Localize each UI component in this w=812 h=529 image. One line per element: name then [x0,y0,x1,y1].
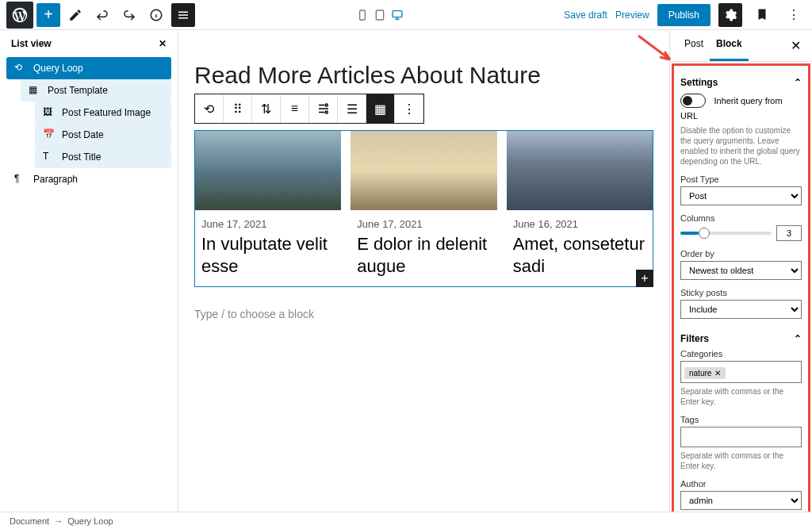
chevron-up-icon: ⌃ [794,333,802,344]
add-block-button[interactable]: + [36,3,60,27]
query-loop-block[interactable]: June 17, 2021 In vulputate velit esse Ju… [194,130,653,287]
info-icon[interactable] [144,3,168,27]
columns-value-input[interactable] [776,225,802,241]
wordpress-logo[interactable] [6,2,33,29]
columns-label: Columns [680,213,802,223]
redo-icon[interactable] [117,3,141,27]
list-view-toggle-icon[interactable] [171,3,195,27]
svg-rect-3 [393,10,402,17]
tablet-icon[interactable] [373,9,386,21]
svg-point-4 [325,104,327,106]
close-list-view-icon[interactable]: ✕ [159,38,167,49]
post-type-label: Post Type [680,174,802,184]
settings-section-header[interactable]: Settings⌃ [680,72,802,93]
tab-post[interactable]: Post [678,30,710,61]
jetpack-icon[interactable] [750,3,774,27]
post-type-select[interactable]: Post [680,186,802,205]
top-toolbar: + Save draft Preview Publish ⋮ [0,0,812,30]
list-item-post-template[interactable]: ▦Post Template [21,79,171,102]
order-by-label: Order by [680,249,802,259]
inherit-query-toggle[interactable] [680,94,706,108]
order-by-select[interactable]: Newest to oldest [680,261,802,280]
post-card[interactable]: June 17, 2021 E dolor in delenit augue [350,131,496,286]
publish-button[interactable]: Publish [657,4,710,26]
svg-rect-2 [376,10,383,20]
mobile-icon[interactable] [356,9,369,21]
sticky-posts-label: Sticky posts [680,288,802,297]
display-settings-icon[interactable] [309,94,338,123]
close-sidebar-icon[interactable]: ✕ [787,30,804,61]
remove-token-icon[interactable]: ✕ [714,369,721,378]
post-card[interactable]: June 16, 2021 Amet, consetetur sadi [507,131,653,286]
move-arrows-icon[interactable]: ⇅ [252,94,281,123]
featured-image [350,131,496,210]
editor-footer: Document → Query Loop [0,512,812,529]
svg-point-5 [325,111,327,113]
author-select[interactable]: admin [680,491,802,510]
list-item-post-title[interactable]: TPost Title [35,146,171,168]
post-date: June 17, 2021 [350,210,496,233]
author-label: Author [680,479,802,489]
save-draft-button[interactable]: Save draft [564,10,607,21]
category-token: nature✕ [684,367,726,379]
post-title: E dolor in delenit augue [350,233,496,277]
desktop-icon[interactable] [391,9,404,21]
breadcrumb-block[interactable]: Query Loop [67,516,113,526]
undo-icon[interactable] [90,3,114,27]
settings-sidebar: Post Block ✕ Settings⌃ Inherit query fro… [669,30,812,514]
block-placeholder[interactable]: Type / to choose a block [194,308,653,320]
block-toolbar: ⟲ ⠿ ⇅ ≡ ☰ ▦ ⋮ [194,94,424,124]
categories-label: Categories [680,349,802,358]
post-date: June 17, 2021 [195,210,341,233]
tags-label: Tags [680,415,802,424]
settings-gear-icon[interactable] [718,3,742,27]
edit-mode-icon[interactable] [63,3,87,27]
list-view-title: List view [11,38,52,49]
more-options-icon[interactable]: ⋮ [782,3,806,27]
chevron-up-icon: ⌃ [794,77,802,88]
post-title: Amet, consetetur sadi [507,233,653,277]
post-card[interactable]: June 17, 2021 In vulputate velit esse [195,131,341,286]
list-item-paragraph[interactable]: ¶Paragraph [6,168,171,190]
grid-layout-icon[interactable]: ▦ [366,94,395,123]
list-item-query-loop[interactable]: ⟲Query Loop [6,57,171,79]
featured-image [507,131,653,210]
block-more-icon[interactable]: ⋮ [395,94,423,123]
columns-slider[interactable] [680,232,772,235]
page-heading[interactable]: Read More Articles About Nature [194,62,653,89]
editor-canvas: Read More Articles About Nature ⟲ ⠿ ⇅ ≡ … [178,30,669,514]
list-item-featured-image[interactable]: 🖼Post Featured Image [35,102,171,124]
drag-handle-icon[interactable]: ⠿ [224,94,252,123]
svg-rect-1 [359,10,365,20]
list-layout-icon[interactable]: ☰ [338,94,366,123]
list-view-panel: List view ✕ ⟲Query Loop ▦Post Template 🖼… [0,30,178,514]
sticky-posts-select[interactable]: Include [680,300,802,319]
featured-image [195,131,341,210]
tags-input[interactable] [680,427,802,447]
breadcrumb-document[interactable]: Document [10,516,49,526]
post-title: In vulputate velit esse [195,233,341,277]
device-preview-group [356,9,404,21]
post-date: June 16, 2021 [507,210,653,233]
preview-button[interactable]: Preview [615,10,649,21]
align-icon[interactable]: ≡ [281,94,309,123]
inherit-query-help: Disable the option to customize the quer… [680,125,802,167]
block-type-icon[interactable]: ⟲ [195,94,224,123]
filters-section-header[interactable]: Filters⌃ [680,328,802,349]
add-block-inline-icon[interactable]: + [636,270,653,287]
tab-block[interactable]: Block [710,30,749,61]
list-item-post-date[interactable]: 📅Post Date [35,124,171,146]
categories-input[interactable]: nature✕ [680,361,802,383]
